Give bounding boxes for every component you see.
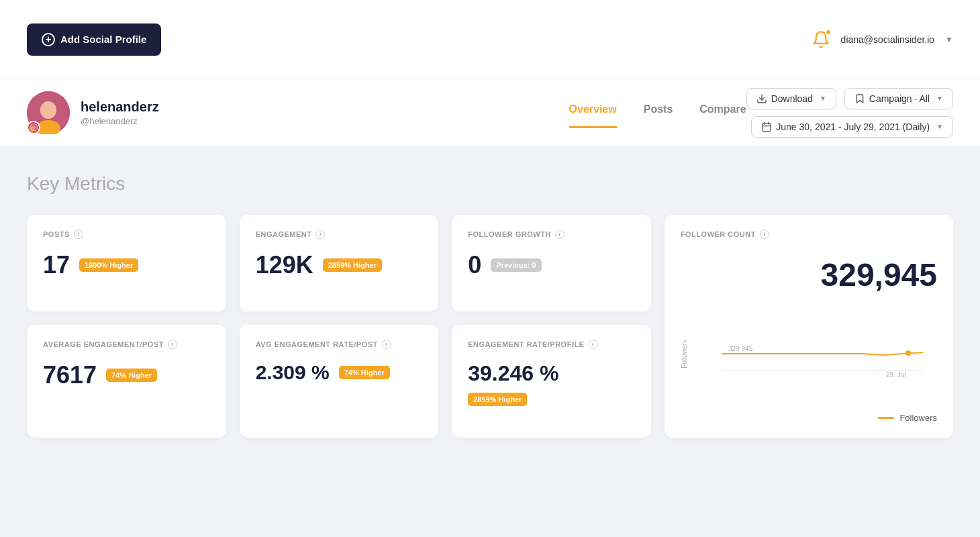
campaign-caret: ▼ (936, 95, 943, 102)
engagement-card: ENGAGEMENT i 129K 2859% Higher (240, 215, 439, 311)
calendar-icon (761, 121, 772, 132)
posts-card: POSTS i 17 1600% Higher (27, 215, 226, 311)
follower-growth-card: FOLLOWER GROWTH i 0 Previous: 0 (452, 215, 651, 311)
avg-engagement-post-value: 7617 (43, 361, 97, 389)
user-info: diana@socialinsider.io ▼ (809, 28, 953, 52)
plus-icon: + (42, 33, 55, 46)
engagement-rate-profile-badge: 2859% Higher (468, 393, 527, 406)
legend-line (878, 417, 894, 419)
chart-y-axis-label: Followers (681, 340, 688, 369)
engagement-rate-profile-card: ENGAGEMENT RATE/PROFILE i 39.246 % 2859%… (452, 325, 651, 438)
avg-engagement-post-info-icon[interactable]: i (168, 340, 177, 349)
date-range-button[interactable]: June 30, 2021 - July 29, 2021 (Daily) ▼ (751, 116, 953, 138)
notification-bell-icon[interactable] (809, 28, 833, 52)
tab-posts[interactable]: Posts (644, 103, 673, 128)
avg-engagement-rate-post-value-row: 2.309 % 74% Higher (256, 361, 423, 384)
toolbar-right: Download ▼ Campaign · All ▼ June 30, 20 (746, 88, 953, 138)
add-profile-button[interactable]: + Add Social Profile (27, 23, 161, 56)
campaign-label: Campaign · All (869, 93, 930, 104)
engagement-rate-profile-value: 39.246 % (468, 361, 558, 386)
follower-chart-svg: 329 945 29. Jul (694, 300, 950, 387)
posts-value-row: 17 1600% Higher (43, 251, 210, 279)
engagement-value: 129K (256, 251, 313, 279)
download-caret: ▼ (820, 95, 826, 102)
section-title: Key Metrics (27, 173, 953, 195)
follower-count-label: FOLLOWER COUNT i (681, 230, 937, 239)
avg-engagement-rate-post-card: AVG ENGAGEMENT RATE/POST i 2.309 % 74% H… (240, 325, 439, 438)
svg-rect-4 (30, 124, 36, 130)
legend-label: Followers (899, 413, 937, 423)
avg-engagement-post-value-row: 7617 74% Higher (43, 361, 210, 389)
posts-label: POSTS i (43, 230, 210, 239)
engagement-label: ENGAGEMENT i (256, 230, 423, 239)
profile-tabs: Overview Posts Compare (569, 97, 746, 128)
svg-text:329 945: 329 945 (728, 345, 753, 352)
profile-avatar (27, 91, 70, 134)
engagement-badge: 2859% Higher (323, 258, 382, 272)
avg-engagement-post-badge: 74% Higher (106, 369, 157, 382)
avg-engagement-post-card: AVERAGE ENGAGEMENT/POST i 7617 74% Highe… (27, 325, 226, 438)
follower-growth-value-row: 0 Previous: 0 (468, 251, 635, 279)
avg-engagement-rate-post-badge: 74% Higher (339, 366, 390, 379)
bookmark-icon (854, 93, 865, 104)
avg-engagement-rate-post-label: AVG ENGAGEMENT RATE/POST i (256, 340, 423, 349)
main-content: Key Metrics POSTS i 17 1600% Higher ENGA… (0, 146, 980, 465)
chart-data-point (905, 350, 911, 356)
svg-text:29. Jul: 29. Jul (886, 371, 905, 379)
posts-info-icon[interactable]: i (74, 230, 83, 239)
follower-count-info-icon[interactable]: i (760, 230, 769, 239)
follower-growth-value: 0 (468, 251, 481, 279)
profile-handle: @helenanderz (81, 116, 529, 126)
tab-compare[interactable]: Compare (699, 103, 746, 128)
engagement-rate-profile-info-icon[interactable]: i (589, 340, 598, 349)
profile-header: helenanderz @helenanderz Overview Posts … (0, 79, 980, 146)
toolbar-row-1: Download ▼ Campaign · All ▼ (746, 88, 953, 109)
engagement-rate-profile-value-row: 39.246 % 2859% Higher (468, 361, 635, 406)
date-range-label: June 30, 2021 - July 29, 2021 (Daily) (776, 121, 930, 132)
svg-point-3 (40, 102, 56, 118)
avg-engagement-rate-post-value: 2.309 % (256, 361, 330, 384)
engagement-rate-profile-label: ENGAGEMENT RATE/PROFILE i (468, 340, 635, 349)
avg-engagement-post-label: AVERAGE ENGAGEMENT/POST i (43, 340, 210, 349)
follower-count-chart: Followers 329 945 29. Jul (681, 300, 937, 407)
tab-overview[interactable]: Overview (569, 103, 617, 128)
add-profile-label: Add Social Profile (60, 34, 146, 45)
follower-count-card: FOLLOWER COUNT i 329,945 Followers (665, 215, 953, 438)
profile-info: helenanderz @helenanderz (81, 99, 529, 126)
toolbar-row-2: June 30, 2021 - July 29, 2021 (Daily) ▼ (751, 116, 953, 138)
notification-dot (825, 29, 832, 36)
user-dropdown-arrow[interactable]: ▼ (945, 35, 953, 44)
engagement-value-row: 129K 2859% Higher (256, 251, 423, 279)
svg-point-5 (32, 126, 35, 129)
profile-name: helenanderz (81, 99, 529, 115)
date-range-caret: ▼ (936, 123, 943, 130)
chart-legend: Followers (681, 413, 937, 423)
svg-point-6 (35, 125, 36, 126)
top-nav: + Add Social Profile diana@socialinsider… (0, 0, 980, 79)
user-email: diana@socialinsider.io (841, 34, 935, 45)
follower-growth-label: FOLLOWER GROWTH i (468, 230, 635, 239)
posts-value: 17 (43, 251, 70, 279)
download-icon (756, 93, 767, 104)
follower-growth-badge: Previous: 0 (491, 258, 541, 272)
download-label: Download (771, 93, 813, 104)
download-button[interactable]: Download ▼ (746, 88, 836, 109)
follower-growth-info-icon[interactable]: i (555, 230, 565, 239)
follower-count-value: 329,945 (681, 256, 937, 293)
posts-badge: 1600% Higher (79, 258, 138, 272)
instagram-badge (27, 121, 40, 134)
svg-rect-8 (763, 123, 771, 131)
campaign-button[interactable]: Campaign · All ▼ (844, 88, 953, 109)
avg-engagement-rate-post-info-icon[interactable]: i (382, 340, 391, 349)
engagement-info-icon[interactable]: i (315, 230, 325, 239)
